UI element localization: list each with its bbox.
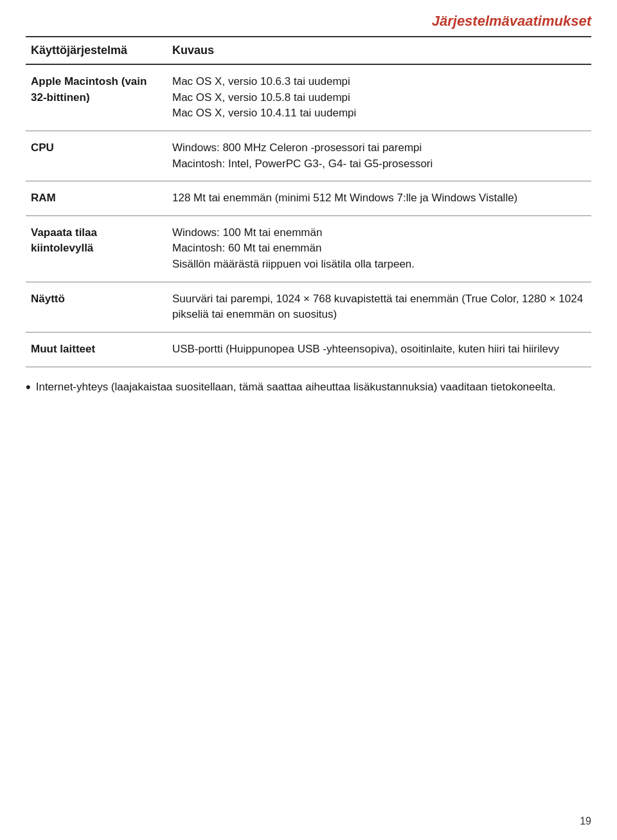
footer-text: Internet-yhteys (laajakaistaa suositella…: [36, 379, 556, 396]
col2-header: Kuvaus: [167, 37, 591, 64]
page-title: Järjestelmävaatimukset: [26, 13, 591, 30]
row-value-1: Windows: 800 MHz Celeron -prosessori tai…: [167, 131, 591, 181]
requirements-table: Käyttöjärjestelmä Kuvaus Apple Macintosh…: [26, 36, 591, 367]
table-row: Muut laitteetUSB-portti (Huippunopea USB…: [26, 333, 591, 367]
bullet-icon: •: [26, 379, 31, 396]
table-row: CPUWindows: 800 MHz Celeron -prosessori …: [26, 131, 591, 181]
footer-note: • Internet-yhteys (laajakaistaa suositel…: [26, 379, 591, 396]
row-label-5: Muut laitteet: [26, 333, 167, 367]
row-value-3: Windows: 100 Mt tai enemmänMacintosh: 60…: [167, 215, 591, 282]
row-value-0: Mac OS X, versio 10.6.3 tai uudempiMac O…: [167, 64, 591, 131]
row-value-4: Suurväri tai parempi, 1024 × 768 kuvapis…: [167, 282, 591, 332]
table-row: NäyttöSuurväri tai parempi, 1024 × 768 k…: [26, 282, 591, 332]
row-value-2: 128 Mt tai enemmän (minimi 512 Mt Window…: [167, 181, 591, 216]
row-value-5: USB-portti (Huippunopea USB -yhteensopiv…: [167, 333, 591, 367]
page-number: 19: [580, 816, 591, 827]
table-row: RAM128 Mt tai enemmän (minimi 512 Mt Win…: [26, 181, 591, 216]
table-row: Apple Macintosh (vain 32-bittinen)Mac OS…: [26, 64, 591, 131]
row-label-0: Apple Macintosh (vain 32-bittinen): [26, 64, 167, 131]
row-label-2: RAM: [26, 181, 167, 216]
table-row: Vapaata tilaa kiintolevylläWindows: 100 …: [26, 215, 591, 282]
col1-header: Käyttöjärjestelmä: [26, 37, 167, 64]
row-label-4: Näyttö: [26, 282, 167, 332]
row-label-3: Vapaata tilaa kiintolevyllä: [26, 215, 167, 282]
row-label-1: CPU: [26, 131, 167, 181]
